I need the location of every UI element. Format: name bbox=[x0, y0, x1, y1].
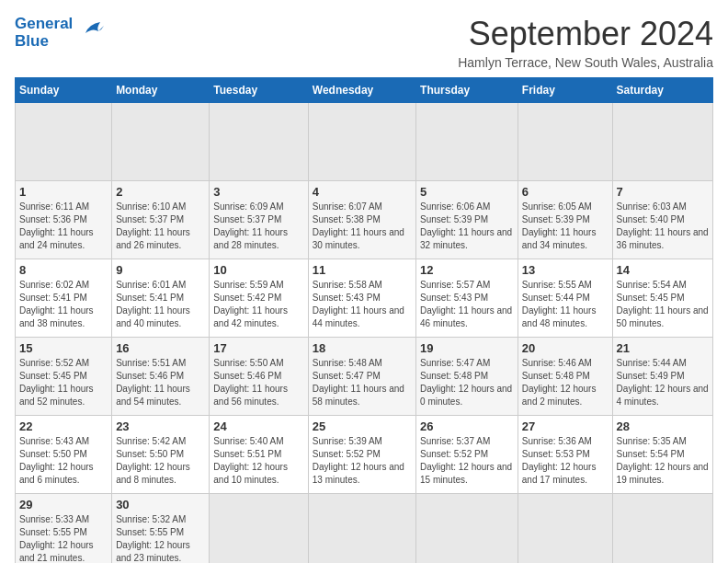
day-detail: Sunrise: 5:52 AMSunset: 5:45 PMDaylight:… bbox=[19, 357, 108, 408]
day-detail: Sunrise: 6:05 AMSunset: 5:39 PMDaylight:… bbox=[522, 201, 609, 252]
weekday-header-tuesday: Tuesday bbox=[210, 78, 308, 103]
calendar-cell: 25Sunrise: 5:39 AMSunset: 5:52 PMDayligh… bbox=[308, 416, 415, 494]
day-detail: Sunrise: 5:36 AMSunset: 5:53 PMDaylight:… bbox=[522, 435, 609, 487]
day-number: 22 bbox=[19, 419, 108, 433]
calendar-cell: 4Sunrise: 6:07 AMSunset: 5:38 PMDaylight… bbox=[308, 181, 415, 259]
day-number: 5 bbox=[420, 185, 514, 199]
calendar-cell: 16Sunrise: 5:51 AMSunset: 5:46 PMDayligh… bbox=[112, 338, 210, 416]
day-number: 30 bbox=[116, 498, 205, 511]
day-detail: Sunrise: 5:51 AMSunset: 5:46 PMDaylight:… bbox=[116, 357, 205, 408]
day-number: 25 bbox=[313, 419, 412, 433]
day-detail: Sunrise: 5:59 AMSunset: 5:42 PMDaylight:… bbox=[213, 279, 303, 330]
calendar-cell: 5Sunrise: 6:06 AMSunset: 5:39 PMDaylight… bbox=[416, 181, 518, 259]
day-number: 3 bbox=[213, 185, 303, 199]
day-detail: Sunrise: 5:54 AMSunset: 5:45 PMDaylight:… bbox=[617, 279, 709, 330]
calendar-cell: 1Sunrise: 6:11 AMSunset: 5:36 PMDaylight… bbox=[16, 181, 112, 259]
calendar-cell bbox=[308, 494, 415, 564]
calendar-week-row: 29Sunrise: 5:33 AMSunset: 5:55 PMDayligh… bbox=[16, 494, 713, 564]
calendar-cell bbox=[612, 103, 712, 181]
weekday-header-monday: Monday bbox=[112, 78, 210, 103]
day-detail: Sunrise: 5:47 AMSunset: 5:48 PMDaylight:… bbox=[420, 357, 514, 408]
day-detail: Sunrise: 5:35 AMSunset: 5:54 PMDaylight:… bbox=[617, 435, 709, 487]
day-number: 11 bbox=[313, 263, 412, 277]
day-number: 23 bbox=[116, 419, 205, 433]
calendar-cell: 24Sunrise: 5:40 AMSunset: 5:51 PMDayligh… bbox=[210, 416, 308, 494]
day-detail: Sunrise: 5:44 AMSunset: 5:49 PMDaylight:… bbox=[617, 357, 709, 408]
calendar-cell: 17Sunrise: 5:50 AMSunset: 5:46 PMDayligh… bbox=[210, 338, 308, 416]
weekday-header-saturday: Saturday bbox=[612, 78, 712, 103]
calendar-cell bbox=[210, 494, 308, 564]
calendar-cell bbox=[210, 103, 308, 181]
calendar-cell bbox=[308, 103, 415, 181]
calendar-cell: 15Sunrise: 5:52 AMSunset: 5:45 PMDayligh… bbox=[16, 338, 112, 416]
logo: General Blue bbox=[15, 15, 108, 51]
day-number: 24 bbox=[213, 419, 303, 433]
day-detail: Sunrise: 6:11 AMSunset: 5:36 PMDaylight:… bbox=[19, 201, 108, 252]
calendar-cell: 27Sunrise: 5:36 AMSunset: 5:53 PMDayligh… bbox=[518, 416, 612, 494]
calendar-cell: 28Sunrise: 5:35 AMSunset: 5:54 PMDayligh… bbox=[612, 416, 712, 494]
day-number: 26 bbox=[420, 419, 514, 433]
calendar-subtitle: Hamlyn Terrace, New South Wales, Austral… bbox=[458, 55, 713, 70]
day-detail: Sunrise: 5:43 AMSunset: 5:50 PMDaylight:… bbox=[19, 435, 108, 487]
day-detail: Sunrise: 6:01 AMSunset: 5:41 PMDaylight:… bbox=[116, 279, 205, 330]
day-detail: Sunrise: 6:09 AMSunset: 5:37 PMDaylight:… bbox=[213, 201, 303, 252]
day-number: 28 bbox=[617, 419, 709, 433]
day-detail: Sunrise: 5:32 AMSunset: 5:55 PMDaylight:… bbox=[116, 513, 205, 563]
calendar-cell: 23Sunrise: 5:42 AMSunset: 5:50 PMDayligh… bbox=[112, 416, 210, 494]
calendar-cell: 29Sunrise: 5:33 AMSunset: 5:55 PMDayligh… bbox=[16, 494, 112, 564]
calendar-cell: 8Sunrise: 6:02 AMSunset: 5:41 PMDaylight… bbox=[16, 259, 112, 338]
calendar-title: September 2024 bbox=[458, 15, 713, 53]
weekday-header-wednesday: Wednesday bbox=[308, 78, 415, 103]
day-detail: Sunrise: 5:39 AMSunset: 5:52 PMDaylight:… bbox=[313, 435, 412, 487]
calendar-week-row: 15Sunrise: 5:52 AMSunset: 5:45 PMDayligh… bbox=[16, 338, 713, 416]
day-detail: Sunrise: 6:10 AMSunset: 5:37 PMDaylight:… bbox=[116, 201, 205, 252]
day-detail: Sunrise: 5:57 AMSunset: 5:43 PMDaylight:… bbox=[420, 279, 514, 330]
calendar-cell bbox=[518, 103, 612, 181]
day-number: 13 bbox=[522, 263, 609, 277]
calendar-cell: 3Sunrise: 6:09 AMSunset: 5:37 PMDaylight… bbox=[210, 181, 308, 259]
weekday-header-friday: Friday bbox=[518, 78, 612, 103]
calendar-cell: 6Sunrise: 6:05 AMSunset: 5:39 PMDaylight… bbox=[518, 181, 612, 259]
calendar-cell: 21Sunrise: 5:44 AMSunset: 5:49 PMDayligh… bbox=[612, 338, 712, 416]
day-number: 2 bbox=[116, 185, 205, 199]
day-detail: Sunrise: 6:02 AMSunset: 5:41 PMDaylight:… bbox=[19, 279, 108, 330]
day-detail: Sunrise: 6:06 AMSunset: 5:39 PMDaylight:… bbox=[420, 201, 514, 252]
day-number: 14 bbox=[617, 263, 709, 277]
calendar-cell bbox=[518, 494, 612, 564]
calendar-cell: 19Sunrise: 5:47 AMSunset: 5:48 PMDayligh… bbox=[416, 338, 518, 416]
day-number: 27 bbox=[522, 419, 609, 433]
day-detail: Sunrise: 5:46 AMSunset: 5:48 PMDaylight:… bbox=[522, 357, 609, 408]
day-number: 18 bbox=[313, 341, 412, 355]
day-detail: Sunrise: 6:07 AMSunset: 5:38 PMDaylight:… bbox=[313, 201, 412, 252]
logo-line1: General bbox=[15, 16, 73, 33]
day-number: 1 bbox=[19, 185, 108, 199]
day-detail: Sunrise: 5:42 AMSunset: 5:50 PMDaylight:… bbox=[116, 435, 205, 487]
calendar-cell bbox=[416, 103, 518, 181]
calendar-cell: 13Sunrise: 5:55 AMSunset: 5:44 PMDayligh… bbox=[518, 259, 612, 338]
day-detail: Sunrise: 6:03 AMSunset: 5:40 PMDaylight:… bbox=[617, 201, 709, 252]
day-number: 9 bbox=[116, 263, 205, 277]
calendar-cell: 26Sunrise: 5:37 AMSunset: 5:52 PMDayligh… bbox=[416, 416, 518, 494]
calendar-cell: 30Sunrise: 5:32 AMSunset: 5:55 PMDayligh… bbox=[112, 494, 210, 564]
title-section: September 2024 Hamlyn Terrace, New South… bbox=[458, 15, 713, 70]
day-number: 10 bbox=[213, 263, 303, 277]
day-detail: Sunrise: 5:37 AMSunset: 5:52 PMDaylight:… bbox=[420, 435, 514, 487]
day-number: 29 bbox=[19, 498, 108, 511]
weekday-header-sunday: Sunday bbox=[16, 78, 112, 103]
calendar-week-row: 8Sunrise: 6:02 AMSunset: 5:41 PMDaylight… bbox=[16, 259, 713, 338]
calendar-cell bbox=[112, 103, 210, 181]
day-detail: Sunrise: 5:48 AMSunset: 5:47 PMDaylight:… bbox=[313, 357, 412, 408]
calendar-cell: 2Sunrise: 6:10 AMSunset: 5:37 PMDaylight… bbox=[112, 181, 210, 259]
calendar-cell bbox=[612, 494, 712, 564]
calendar-cell: 11Sunrise: 5:58 AMSunset: 5:43 PMDayligh… bbox=[308, 259, 415, 338]
calendar-cell bbox=[416, 494, 518, 564]
day-number: 8 bbox=[19, 263, 108, 277]
day-number: 19 bbox=[420, 341, 514, 355]
calendar-cell: 7Sunrise: 6:03 AMSunset: 5:40 PMDaylight… bbox=[612, 181, 712, 259]
day-detail: Sunrise: 5:58 AMSunset: 5:43 PMDaylight:… bbox=[313, 279, 412, 330]
calendar-cell: 10Sunrise: 5:59 AMSunset: 5:42 PMDayligh… bbox=[210, 259, 308, 338]
weekday-header-thursday: Thursday bbox=[416, 78, 518, 103]
calendar-cell: 22Sunrise: 5:43 AMSunset: 5:50 PMDayligh… bbox=[16, 416, 112, 494]
calendar-cell: 14Sunrise: 5:54 AMSunset: 5:45 PMDayligh… bbox=[612, 259, 712, 338]
logo-bird-icon bbox=[78, 15, 108, 51]
